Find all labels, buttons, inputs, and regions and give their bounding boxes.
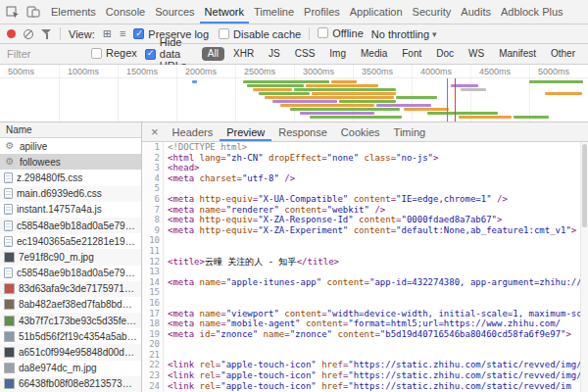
main-tab-console[interactable]: Console: [101, 0, 150, 24]
detail-tab-timing[interactable]: Timing: [387, 122, 433, 141]
request-row[interactable]: 66438fb08f08e82135737f0…: [0, 376, 141, 392]
request-row[interactable]: 51b5d56f2f19c4354a5ab055…: [0, 328, 141, 344]
clear-requests-icon[interactable]: [24, 29, 33, 39]
detail-tab-preview[interactable]: Preview: [220, 122, 271, 141]
checkbox-disable-cache-box[interactable]: [219, 28, 229, 39]
detail-tab-headers[interactable]: Headers: [166, 122, 220, 141]
image-thumbnail-icon: [4, 299, 15, 310]
line-number: 5: [142, 183, 160, 194]
line-number: 17: [142, 309, 160, 319]
waterfall-bar: [404, 108, 449, 111]
line-number: 10: [142, 235, 160, 246]
image-thumbnail-icon: [4, 252, 15, 263]
code-line: <link rel="apple-touch-icon" href="https…: [168, 360, 580, 370]
code-line: <meta id="znonce" name="znonce" content=…: [168, 329, 580, 340]
filter-pill-font[interactable]: Font: [396, 47, 427, 61]
checkbox-preserve-log-box[interactable]: [133, 28, 144, 39]
checkbox-disable-cache[interactable]: Disable cache: [219, 28, 301, 40]
inspect-element-icon[interactable]: [6, 6, 20, 19]
request-row[interactable]: 43b7f7c173be93c5d35fe42c…: [0, 313, 141, 328]
main-tab-sources[interactable]: Sources: [150, 0, 199, 24]
request-row[interactable]: 7e91f8c90_m.jpg: [0, 249, 141, 265]
request-row[interactable]: c58548ae9b18ad0a5e79f64e8…: [0, 218, 141, 233]
filter-pill-css[interactable]: CSS: [289, 47, 321, 61]
line-number: 4: [142, 173, 160, 184]
request-row[interactable]: main.d6939ed6.css: [0, 186, 141, 202]
filter-pill-all[interactable]: All: [202, 47, 224, 61]
scrollbar[interactable]: [580, 142, 588, 392]
request-name: 51b5d56f2f19c4354a5ab055…: [19, 331, 137, 342]
request-row[interactable]: ec1940365a5e21281e19f05e…: [0, 233, 141, 249]
waterfall-bar: [461, 88, 486, 91]
checkbox-regex-box[interactable]: [91, 48, 102, 59]
throttling-dropdown[interactable]: No throttling ▾: [371, 28, 437, 40]
main-tab-network[interactable]: Network: [200, 0, 249, 24]
overview-gridline: [412, 78, 413, 122]
filter-pill-xhr[interactable]: XHR: [227, 47, 260, 61]
request-row[interactable]: ⚙followees: [0, 154, 141, 170]
filter-pill-other[interactable]: Other: [545, 47, 581, 61]
code-line: <meta name="viewport" content="width=dev…: [168, 309, 580, 319]
filter-pill-js[interactable]: JS: [263, 47, 286, 61]
request-row[interactable]: z.298480f5.css: [0, 170, 141, 185]
network-overview-waterfall[interactable]: [0, 78, 588, 122]
view-grid-icon[interactable]: ⊞: [103, 28, 112, 39]
toolbar-divider: [309, 27, 310, 40]
detail-tab-response[interactable]: Response: [271, 122, 334, 141]
detail-tab-cookies[interactable]: Cookies: [334, 122, 387, 141]
request-row[interactable]: 83d63afa9c3de71759718fe6a5…: [0, 281, 141, 297]
main-split: Name ⚙apilive⚙followeesz.298480f5.cssmai…: [0, 122, 588, 392]
line-number: 11: [142, 246, 160, 257]
line-number: 22: [142, 360, 160, 370]
filter-pill-img[interactable]: Img: [323, 47, 352, 61]
main-tab-security[interactable]: Security: [408, 0, 457, 24]
close-icon[interactable]: ×: [144, 122, 166, 141]
filter-pill-manifest[interactable]: Manifest: [493, 47, 542, 61]
code-line: <link rel="apple-touch-icon" href="https…: [168, 381, 580, 392]
checkbox-offline-label: Offline: [332, 27, 364, 39]
checkbox-offline-box[interactable]: [318, 27, 328, 38]
request-name: instant.14757a4a.js: [17, 204, 102, 215]
request-row[interactable]: da8e974dc_m.jpg: [0, 361, 141, 376]
main-tab-elements[interactable]: Elements: [46, 0, 101, 24]
code-line: [168, 246, 580, 257]
line-number: 12: [142, 257, 160, 268]
record-button[interactable]: [7, 29, 16, 38]
waterfall-bar: [459, 116, 512, 119]
name-column-header[interactable]: Name: [0, 122, 141, 138]
main-tab-audits[interactable]: Audits: [456, 0, 496, 24]
request-row[interactable]: ⚙apilive: [0, 138, 141, 154]
filter-pill-doc[interactable]: Doc: [430, 47, 460, 61]
request-row[interactable]: a651c0f994e95848d00dda09…: [0, 344, 141, 360]
checkbox-hide-data-urls-box[interactable]: [145, 49, 156, 60]
line-number: 21: [142, 350, 160, 361]
devtools-window: ElementsConsoleSourcesNetworkTimelinePro…: [0, 0, 588, 392]
filter-input[interactable]: [7, 48, 83, 60]
line-number: 6: [142, 194, 160, 205]
checkbox-offline[interactable]: Offline: [318, 27, 364, 39]
main-tab-adblock-plus[interactable]: Adblock Plus: [496, 0, 568, 24]
waterfall-bar: [192, 80, 197, 83]
request-row[interactable]: c58548ae9b18ad0a5e79f64e8…: [0, 266, 141, 281]
filter-toggle-icon[interactable]: [41, 29, 52, 39]
code-line: <title>云曈 关注的人 - 知乎</title>: [168, 257, 580, 268]
preview-code-pane: 123456789101112131415161718192021222324 …: [142, 142, 588, 392]
scrollbar-thumb[interactable]: [582, 144, 587, 227]
checkbox-regex-label: Regex: [106, 47, 137, 59]
main-tab-profiles[interactable]: Profiles: [299, 0, 345, 24]
line-number: 18: [142, 318, 160, 329]
request-row[interactable]: 8ab482aef38ed7fab8bd4314…: [0, 297, 141, 313]
main-tab-timeline[interactable]: Timeline: [249, 0, 299, 24]
request-row[interactable]: instant.14757a4a.js: [0, 202, 141, 218]
view-list-icon[interactable]: ≡: [120, 28, 125, 39]
filter-pill-ws[interactable]: WS: [463, 47, 490, 61]
checkbox-regex[interactable]: Regex: [91, 47, 137, 59]
main-tab-application[interactable]: Application: [345, 0, 408, 24]
device-toolbar-icon[interactable]: [26, 6, 40, 18]
detail-tabbar: × HeadersPreviewResponseCookiesTiming: [142, 122, 588, 142]
ruler-tick: 3500ms: [353, 65, 412, 77]
waterfall-bar: [376, 104, 431, 107]
request-name: z.298480f5.css: [17, 172, 82, 183]
ruler-tick: 2000ms: [176, 65, 235, 77]
filter-pill-media[interactable]: Media: [355, 47, 393, 61]
